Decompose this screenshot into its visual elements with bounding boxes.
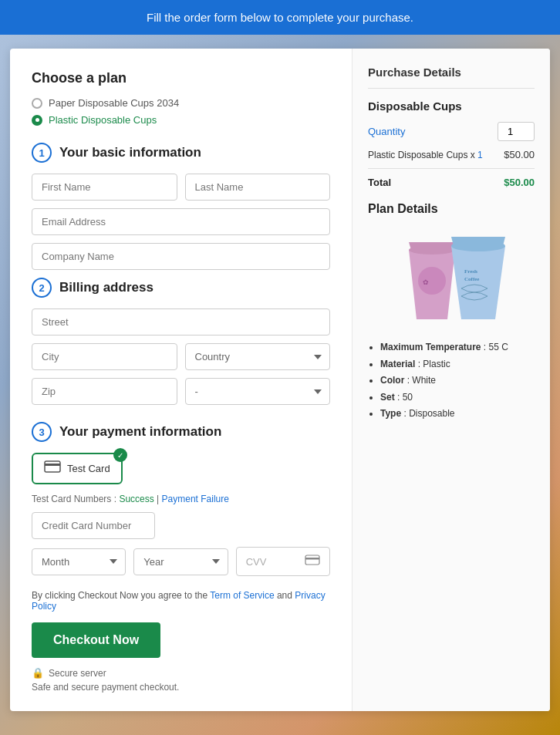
- svg-text:✿: ✿: [423, 278, 429, 286]
- svg-text:Coffee: Coffee: [464, 276, 479, 282]
- card-check-icon: ✓: [113, 448, 127, 462]
- zip-input[interactable]: [32, 378, 177, 405]
- product-desc-line1: Plastic Disposable Cups x: [368, 150, 475, 160]
- spec-material: Material : Plastic: [380, 356, 535, 373]
- failure-link[interactable]: Payment Failure: [162, 494, 229, 504]
- lock-icon: 🔒: [32, 667, 44, 679]
- card-icon: [44, 460, 61, 477]
- cc-number-input[interactable]: [32, 512, 155, 539]
- step2-header: 2 Billing address: [32, 278, 330, 298]
- card-option-test[interactable]: Test Card ✓: [32, 453, 123, 484]
- city-country-row: Country: [32, 343, 330, 370]
- country-select[interactable]: Country: [185, 343, 331, 370]
- plan-options: Paper Disposable Cups 2034 Plastic Dispo…: [32, 97, 330, 126]
- right-panel: Purchase Details Disposable Cups Quantit…: [353, 49, 550, 711]
- svg-rect-1: [45, 464, 60, 466]
- step3-header: 3 Your payment information: [32, 422, 330, 442]
- top-banner: Fill the order form below to complete yo…: [0, 0, 560, 35]
- email-input[interactable]: [32, 208, 330, 235]
- step3-title: Your payment information: [59, 424, 221, 440]
- step1-number: 1: [32, 143, 52, 163]
- last-name-input[interactable]: [185, 174, 331, 201]
- product-desc-link[interactable]: 1: [477, 150, 483, 160]
- terms-before: By clicking Checkout Now you agree to th…: [32, 590, 210, 601]
- radio-empty-paper: [32, 98, 42, 109]
- svg-rect-2: [305, 555, 319, 565]
- plan-label-plastic: Plastic Disposable Cups: [49, 114, 157, 126]
- step2-number: 2: [32, 278, 52, 298]
- radio-selected-plastic: [32, 115, 42, 126]
- payment-section: 3 Your payment information Test Card ✓ T…: [32, 422, 330, 576]
- product-specs: Maximum Temperature : 55 C Material : Pl…: [368, 339, 535, 423]
- secure-label: Secure server: [49, 668, 106, 679]
- street-input[interactable]: [32, 308, 330, 335]
- step1-header: 1 Your basic information: [32, 143, 330, 163]
- city-input[interactable]: [32, 343, 177, 370]
- product-price: $50.00: [504, 149, 535, 160]
- success-link[interactable]: Success: [119, 494, 153, 504]
- month-select[interactable]: Month: [32, 548, 126, 575]
- card-label: Test Card: [67, 463, 110, 474]
- left-panel: Choose a plan Paper Disposable Cups 2034…: [10, 49, 353, 711]
- checkout-button[interactable]: Checkout Now: [32, 622, 160, 658]
- product-price-row: Plastic Disposable Cups x 1 $50.00: [368, 149, 535, 160]
- step2-title: Billing address: [59, 280, 153, 295]
- product-image: ✿ Fresh Coffee: [390, 227, 513, 327]
- plan-details-title: Plan Details: [368, 202, 535, 216]
- spec-temp: Maximum Temperature : 55 C: [380, 339, 535, 356]
- terms-link[interactable]: Term of Service: [210, 590, 274, 601]
- product-image-container: ✿ Fresh Coffee: [368, 227, 535, 327]
- safe-text: Safe and secure payment checkout.: [32, 682, 330, 693]
- total-price: $50.00: [504, 177, 535, 188]
- svg-text:Fresh: Fresh: [464, 268, 477, 275]
- secure-row: 🔒 Secure server: [32, 667, 330, 679]
- year-select[interactable]: Year: [133, 548, 228, 575]
- step3-number: 3: [32, 422, 52, 442]
- cvv-card-icon: [305, 555, 320, 568]
- first-name-input[interactable]: [32, 174, 177, 201]
- plan-label-paper: Paper Disposable Cups 2034: [49, 97, 179, 109]
- total-label: Total: [368, 177, 391, 188]
- banner-text: Fill the order form below to complete yo…: [147, 11, 413, 24]
- terms-and: and: [277, 590, 295, 601]
- name-row: [32, 174, 330, 201]
- payment-fields-row: Month Year CVV: [32, 547, 330, 576]
- svg-rect-0: [45, 461, 60, 472]
- plan-option-paper[interactable]: Paper Disposable Cups 2034: [32, 97, 330, 109]
- total-row: Total $50.00: [368, 168, 535, 188]
- product-name: Disposable Cups: [368, 99, 535, 113]
- billing-section: 2 Billing address Country -: [32, 278, 330, 405]
- quantity-label: Quantity: [368, 126, 405, 137]
- spec-set: Set : 50: [380, 389, 535, 406]
- zip-state-row: -: [32, 378, 330, 405]
- spec-type: Type : Disposable: [380, 406, 535, 423]
- state-select[interactable]: -: [185, 378, 331, 405]
- plan-option-plastic[interactable]: Plastic Disposable Cups: [32, 114, 330, 126]
- terms-text: By clicking Checkout Now you agree to th…: [32, 590, 330, 612]
- test-card-label: Test Card Numbers :: [32, 494, 119, 504]
- product-desc: Plastic Disposable Cups x 1: [368, 150, 483, 160]
- step1-title: Your basic information: [59, 145, 201, 160]
- main-container: Choose a plan Paper Disposable Cups 2034…: [10, 49, 550, 711]
- company-input[interactable]: [32, 243, 330, 270]
- spec-color: Color : White: [380, 373, 535, 389]
- choose-plan-title: Choose a plan: [32, 70, 330, 86]
- svg-rect-3: [305, 558, 319, 560]
- cvv-placeholder: CVV: [246, 556, 267, 568]
- test-card-numbers: Test Card Numbers : Success | Payment Fa…: [32, 494, 330, 504]
- cvv-field[interactable]: CVV: [236, 547, 330, 576]
- quantity-input[interactable]: [498, 122, 535, 141]
- purchase-details-title: Purchase Details: [368, 66, 535, 89]
- quantity-row: Quantity: [368, 122, 535, 141]
